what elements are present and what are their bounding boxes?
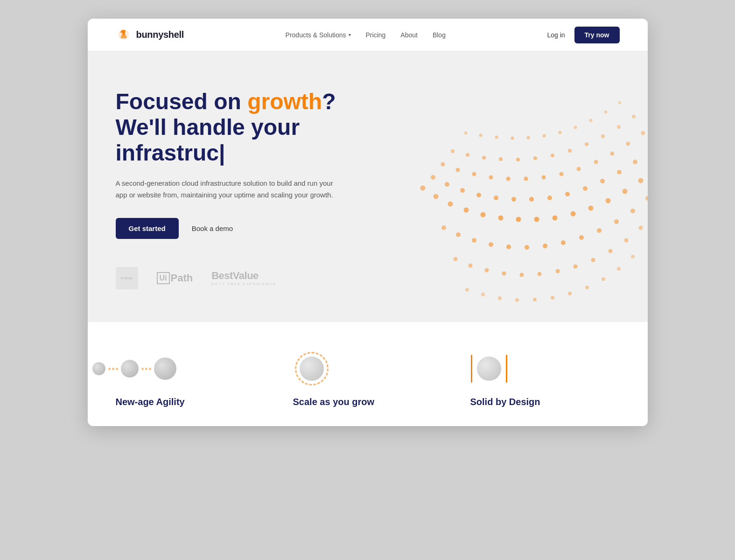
login-button[interactable]: Log in	[547, 31, 565, 39]
nav-link-pricing[interactable]: Pricing	[366, 31, 386, 39]
solid-line-right	[506, 355, 507, 383]
nav-item-products[interactable]: Products & Solutions ▾	[286, 31, 351, 39]
svg-point-18	[533, 156, 537, 160]
sphere-small	[92, 362, 105, 375]
svg-point-11	[464, 132, 467, 135]
svg-point-62	[463, 208, 469, 213]
svg-point-76	[472, 238, 476, 243]
svg-point-22	[466, 153, 469, 157]
svg-point-29	[559, 172, 563, 176]
svg-point-5	[558, 131, 561, 134]
feature-agility-title: New-age Agility	[116, 397, 185, 407]
hero-section: Focused on growth? We'll handle your inf…	[88, 51, 648, 322]
svg-point-66	[645, 196, 648, 201]
svg-point-57	[552, 216, 557, 221]
svg-point-34	[472, 172, 476, 176]
svg-point-91	[631, 255, 635, 259]
svg-point-9	[495, 136, 498, 139]
svg-point-49	[445, 182, 449, 187]
svg-point-98	[515, 298, 519, 302]
svg-point-96	[551, 296, 554, 300]
book-demo-button[interactable]: Book a demo	[192, 224, 233, 232]
nav-link-blog[interactable]: Blog	[433, 31, 446, 39]
dot-connector-2	[141, 368, 151, 370]
svg-point-50	[431, 175, 435, 180]
svg-point-28	[576, 167, 581, 171]
svg-point-56	[570, 211, 575, 217]
svg-point-3	[589, 119, 592, 122]
scale-dashed-ring	[295, 352, 329, 385]
svg-point-39	[617, 170, 622, 175]
nav-link-about[interactable]: About	[400, 31, 418, 39]
svg-point-44	[529, 197, 534, 202]
feature-scale-title: Scale as you grow	[293, 397, 375, 407]
svg-point-55	[588, 206, 593, 211]
feature-agility: New-age Agility	[116, 350, 265, 407]
bunnyshell-logo-icon	[116, 27, 132, 43]
brand-name: bunnyshell	[136, 29, 184, 40]
partners-section: orange Ui Path BestValue DUTY FREE EXPER…	[116, 267, 620, 289]
feature-scale: Scale as you grow	[293, 350, 442, 407]
svg-point-2	[604, 111, 607, 114]
svg-point-40	[600, 179, 605, 183]
svg-point-1	[618, 101, 621, 105]
features-section: New-age Agility Scale as you grow Solid …	[88, 322, 648, 426]
sphere-large	[154, 357, 176, 380]
try-now-button[interactable]: Try now	[574, 27, 620, 43]
svg-point-46	[494, 196, 498, 200]
chevron-down-icon: ▾	[349, 32, 351, 37]
svg-point-75	[489, 242, 493, 247]
svg-point-45	[511, 197, 516, 202]
svg-point-19	[516, 158, 520, 161]
agility-icon	[116, 350, 153, 387]
svg-point-36	[441, 162, 445, 167]
svg-point-73	[525, 245, 529, 250]
svg-point-14	[601, 134, 605, 138]
nav-item-pricing[interactable]: Pricing	[366, 31, 386, 39]
svg-point-30	[541, 175, 546, 180]
svg-point-59	[516, 217, 521, 222]
svg-point-95	[568, 292, 572, 295]
dot-connector-1	[108, 368, 118, 370]
svg-point-23	[451, 149, 455, 153]
nav-item-about[interactable]: About	[400, 31, 418, 39]
svg-point-17	[551, 154, 554, 157]
svg-point-6	[542, 134, 546, 138]
solid-line-left	[471, 355, 472, 383]
svg-point-7	[526, 136, 530, 140]
svg-point-10	[479, 134, 482, 137]
svg-point-24	[641, 131, 645, 135]
svg-point-25	[626, 142, 630, 146]
svg-point-13	[617, 125, 621, 129]
svg-point-12	[632, 115, 636, 119]
svg-point-77	[456, 232, 461, 237]
partner-orange: orange	[116, 267, 138, 289]
svg-point-31	[524, 177, 528, 181]
svg-point-8	[511, 137, 514, 140]
svg-point-20	[499, 157, 503, 161]
get-started-button[interactable]: Get started	[116, 218, 179, 239]
logo[interactable]: bunnyshell	[116, 27, 184, 43]
hero-actions: Get started Book a demo	[116, 218, 396, 239]
svg-point-4	[574, 126, 577, 129]
nav-links: Products & Solutions ▾ Pricing About Blo…	[286, 31, 446, 39]
svg-point-61	[480, 212, 485, 217]
partner-bestvalue: BestValue DUTY FREE EXPERIENCE	[211, 270, 276, 286]
svg-point-82	[591, 258, 595, 262]
svg-point-53	[622, 189, 627, 194]
svg-point-69	[597, 228, 602, 233]
svg-point-48	[460, 188, 465, 193]
nav-item-blog[interactable]: Blog	[433, 31, 446, 39]
nav-link-products[interactable]: Products & Solutions ▾	[286, 31, 351, 39]
svg-point-42	[565, 192, 570, 196]
svg-point-74	[506, 245, 511, 249]
svg-point-60	[498, 216, 503, 221]
feature-solid-title: Solid by Design	[470, 397, 540, 407]
svg-point-43	[547, 196, 552, 200]
svg-point-47	[476, 193, 481, 197]
svg-point-33	[489, 175, 493, 180]
svg-point-15	[585, 142, 588, 146]
svg-point-52	[638, 178, 643, 183]
svg-point-63	[448, 202, 453, 207]
svg-point-100	[481, 293, 485, 296]
